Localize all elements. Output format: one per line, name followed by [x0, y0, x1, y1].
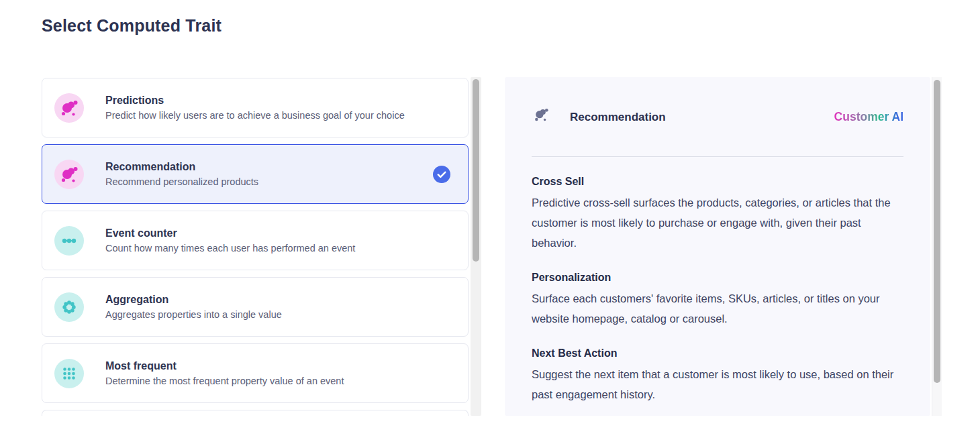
divider [532, 156, 903, 157]
section-heading: Next Best Action [532, 347, 903, 359]
page-title: Select Computed Trait [42, 16, 222, 36]
list-item-title: Most frequent [105, 360, 344, 372]
beads-line-icon [54, 226, 84, 256]
detail-title: Recommendation [570, 111, 666, 124]
section-personalization: Personalization Surface each customers' … [532, 272, 903, 329]
list-item-title: Event counter [105, 227, 355, 239]
section-body: Surface each customers' favorite items, … [532, 288, 903, 329]
list-item-aggregation[interactable]: Aggregation Aggregates properties into a… [42, 277, 469, 337]
list-item-title: Aggregation [105, 294, 282, 306]
list-item-most-frequent[interactable]: Most frequent Determine the most frequen… [42, 343, 469, 403]
customer-ai-badge: Customer AI [834, 110, 903, 124]
selected-check-icon [433, 166, 450, 183]
list-item-title: Predictions [105, 95, 405, 107]
list-item-event-counter[interactable]: Event counter Count how many times each … [42, 211, 469, 270]
detail-panel-scrollbar-thumb[interactable] [934, 80, 940, 383]
cluster-blob-icon [532, 105, 552, 129]
list-item-recommendation[interactable]: Recommendation Recommend personalized pr… [42, 144, 469, 204]
list-item-description: Determine the most frequent property val… [105, 376, 344, 386]
trait-list-scrollbar[interactable] [471, 77, 481, 416]
list-item-description: Aggregates properties into a single valu… [105, 309, 282, 320]
cluster-blob-icon [54, 93, 84, 123]
section-heading: Personalization [532, 272, 903, 284]
cluster-blob-icon [54, 160, 84, 189]
list-item-description: Recommend personalized products [105, 176, 258, 187]
section-cross-sell: Cross Sell Predictive cross-sell surface… [532, 176, 903, 253]
trait-list: Predictions Predict how likely users are… [42, 78, 469, 416]
list-item-partial[interactable] [42, 410, 469, 416]
section-next-best-action: Next Best Action Suggest the next item t… [532, 347, 903, 404]
section-heading: Cross Sell [532, 176, 903, 188]
list-item-title: Recommendation [105, 161, 258, 173]
trait-list-scrollbar-thumb[interactable] [473, 79, 479, 262]
dot-grid-icon [54, 359, 84, 388]
detail-header: Recommendation Customer AI [532, 105, 903, 129]
section-body: Predictive cross-sell surfaces the produ… [532, 192, 903, 253]
list-item-description: Count how many times each user has perfo… [105, 243, 355, 254]
detail-panel-scrollbar[interactable] [932, 77, 942, 416]
section-body: Suggest the next item that a customer is… [532, 364, 903, 404]
detail-panel: Recommendation Customer AI Cross Sell Pr… [505, 77, 930, 416]
list-item-predictions[interactable]: Predictions Predict how likely users are… [42, 78, 469, 137]
list-item-description: Predict how likely users are to achieve … [105, 110, 405, 121]
dot-ring-icon [54, 292, 84, 322]
